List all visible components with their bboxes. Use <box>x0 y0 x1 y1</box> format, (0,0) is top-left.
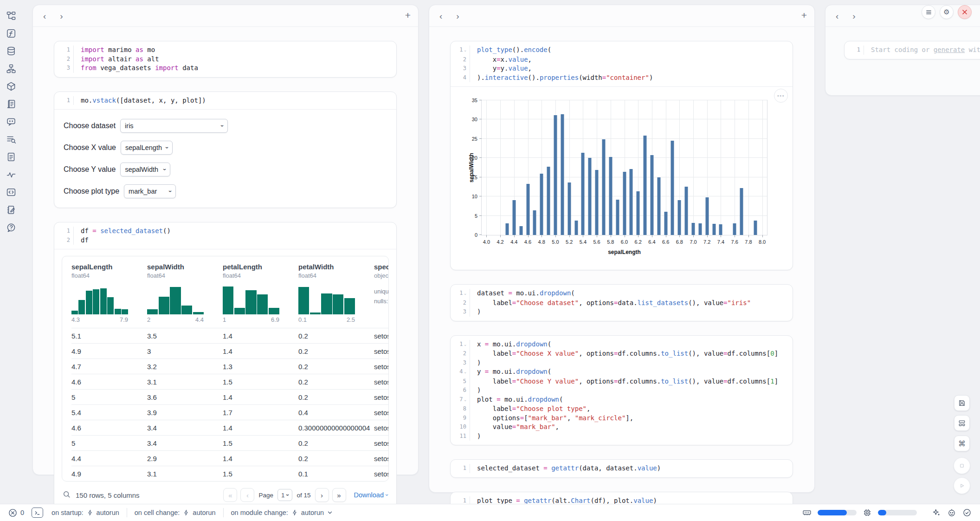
sidebar-item-logs[interactable] <box>6 98 17 110</box>
column-focus-right-icon[interactable]: › <box>59 12 64 20</box>
x-tick-label: 7.2 <box>703 239 710 245</box>
status-bar: 0 on startup: autorun on cell change: au… <box>0 504 980 521</box>
sidebar-item-scratchpad[interactable] <box>6 204 17 215</box>
column-focus-right-icon[interactable]: › <box>455 12 460 20</box>
on-module-change-setting[interactable]: on module change: autorun <box>231 509 333 516</box>
dropdown-select-dataset[interactable]: iris› <box>120 119 228 133</box>
sidebar-item-package[interactable] <box>6 81 17 92</box>
dropdown-select-plot-type[interactable]: mark_bar› <box>124 184 176 198</box>
table-column-header[interactable]: speciesobjectunique:nulls: <box>374 263 389 328</box>
fold-chevron-icon[interactable]: › <box>461 371 470 374</box>
code-editor[interactable]: 1mo.vstack([dataset, x, y, plot]) <box>54 92 396 110</box>
save-button[interactable] <box>954 395 970 411</box>
add-cell-icon[interactable]: + <box>801 10 807 21</box>
table-column-header[interactable]: petalLengthfloat6416.9 <box>223 263 298 328</box>
add-cell-icon[interactable]: + <box>405 10 411 21</box>
code-editor[interactable]: 1import marimo as mo2import altair as al… <box>54 41 396 77</box>
code-text: x=x.value, <box>470 55 532 65</box>
sidebar-item-document[interactable] <box>6 151 17 163</box>
ai-sparkles-icon[interactable] <box>932 508 941 517</box>
selected-value: sepalWidth <box>125 166 158 173</box>
chart-bar <box>678 200 681 235</box>
line-number: 4 <box>451 73 470 83</box>
code-text: value="mark_bar", <box>470 423 559 432</box>
column-focus-left-icon[interactable]: ‹ <box>438 12 443 20</box>
sidebar-item-search-list[interactable] <box>6 134 17 145</box>
x-axis-title: sepalLength <box>608 249 641 255</box>
empty-cell: 1 Start coding or generate with AI <box>844 41 980 59</box>
table-cell: 4.4 <box>71 455 147 462</box>
shutdown-button[interactable] <box>958 5 972 19</box>
table-cell: 0.4 <box>298 409 374 417</box>
run-all-button[interactable] <box>954 477 970 494</box>
histogram-range: 24.4 <box>147 316 204 323</box>
dropdown-select-y-value[interactable]: sepalWidth› <box>120 163 170 176</box>
column-focus-left-icon[interactable]: ‹ <box>835 12 839 20</box>
sidebar-item-database[interactable] <box>6 46 17 57</box>
sidebar-item-dependency-graph[interactable] <box>6 63 17 74</box>
code-editor[interactable]: 1›plot_type().encode(2 x=x.value,3 y=y.v… <box>451 41 793 86</box>
next-page-button[interactable]: › <box>315 488 329 502</box>
terminal-button[interactable] <box>32 508 43 518</box>
chart-bar <box>574 221 578 235</box>
on-cell-change-setting[interactable]: on cell change: autorun <box>135 509 216 516</box>
histogram-bar <box>234 308 245 314</box>
sidebar-item-code-snippet[interactable] <box>6 187 17 198</box>
line-number: 1 <box>845 46 864 55</box>
code-editor[interactable]: 1›dataset = mo.ui.dropdown(2 label="Choo… <box>451 285 793 321</box>
download-button[interactable]: Download› <box>354 491 388 499</box>
chevron-down-icon: › <box>284 494 291 496</box>
dropdown-select-x-value[interactable]: sepalLength› <box>121 141 173 155</box>
column-focus-left-icon[interactable]: ‹ <box>42 12 47 20</box>
column-focus-right-icon[interactable]: › <box>851 12 856 20</box>
code-text: df <box>74 236 89 245</box>
page-number-select[interactable]: 1› <box>277 489 293 501</box>
line-number: 2 <box>451 349 470 358</box>
x-tick <box>652 235 652 237</box>
chevron-down-icon: › <box>219 125 226 127</box>
sidebar-item-file-tree[interactable] <box>6 10 17 21</box>
first-page-button[interactable]: « <box>223 488 237 502</box>
on-startup-setting[interactable]: on startup: autorun <box>52 509 119 516</box>
chart-area[interactable]: 4.04.24.44.64.85.05.25.45.65.86.06.26.46… <box>454 92 789 265</box>
sidebar-item-activity[interactable] <box>6 169 17 180</box>
column-name: petalWidth <box>298 263 374 271</box>
generate-with-ai-link[interactable]: generate <box>934 46 965 53</box>
connection-status-icon[interactable] <box>962 508 972 517</box>
fold-chevron-icon[interactable]: › <box>461 50 470 52</box>
table-column-header[interactable]: sepalLengthfloat644.37.9 <box>71 263 147 328</box>
chart-actions-button[interactable]: ••• <box>774 89 788 103</box>
code-editor[interactable]: 1›x = mo.ui.dropdown(2 label="Choose X v… <box>451 336 793 445</box>
sidebar-item-chat-bot[interactable] <box>6 116 17 127</box>
code-line: 1selected_dataset = getattr(data, datase… <box>451 464 793 473</box>
keyboard-shortcuts-button[interactable]: ⌘ <box>954 436 970 451</box>
line-number: 1› <box>451 46 470 55</box>
cpu-usage-meter <box>878 510 917 515</box>
layout-toggle-button[interactable] <box>954 415 970 431</box>
code-editor[interactable]: 1df = selected_dataset()2df <box>54 222 396 249</box>
line-number: 10 <box>451 423 470 432</box>
previous-page-button[interactable]: ‹ <box>240 488 254 502</box>
x-tick <box>748 235 749 237</box>
code-editor[interactable]: 1selected_dataset = getattr(data, datase… <box>451 460 793 477</box>
table-cell: 2.9 <box>147 455 223 462</box>
search-icon[interactable] <box>63 490 71 500</box>
last-page-button[interactable]: » <box>332 488 346 502</box>
settings-button[interactable]: ⚙ <box>940 5 954 19</box>
layout-icon <box>958 419 966 427</box>
table-column-header[interactable]: petalWidthfloat640.12.5 <box>298 263 374 328</box>
sidebar-item-help[interactable] <box>6 222 17 233</box>
assistant-robot-icon[interactable] <box>947 508 956 517</box>
stop-kernel-button[interactable] <box>954 457 970 474</box>
fold-chevron-icon[interactable]: › <box>461 399 470 402</box>
fold-chevron-icon[interactable]: › <box>461 344 470 346</box>
table-cell: 3.6 <box>147 393 223 401</box>
error-count-badge[interactable]: 0 <box>8 508 24 517</box>
notebook-menu-button[interactable] <box>922 5 935 19</box>
code-editor-placeholder[interactable]: Start coding or generate with AI <box>864 46 980 55</box>
table-cell: setosa <box>374 332 389 340</box>
sidebar-item-function[interactable] <box>6 28 17 39</box>
column-histogram <box>298 286 355 314</box>
fold-chevron-icon[interactable]: › <box>461 293 470 295</box>
table-column-header[interactable]: sepalWidthfloat6424.4 <box>147 263 223 328</box>
